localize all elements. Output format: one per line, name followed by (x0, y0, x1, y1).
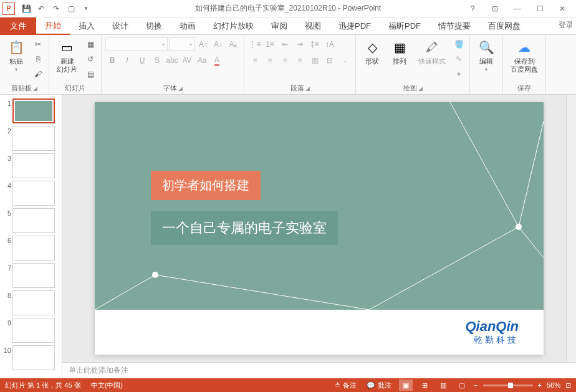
shape-effects-icon[interactable]: ✦ (452, 67, 466, 81)
smartart-icon[interactable]: ⬫ (338, 54, 352, 67)
notes-pane[interactable]: 单击此处添加备注 (62, 362, 576, 378)
tab-xunjie-pdf[interactable]: 迅捷PDF (330, 17, 380, 35)
justify-icon[interactable]: ≡ (293, 54, 307, 67)
help-icon[interactable]: ? (464, 2, 481, 15)
tab-foxit-pdf[interactable]: 福昕PDF (380, 17, 430, 35)
language-indicator[interactable]: 中文(中国) (91, 381, 123, 390)
thumbnail-7[interactable]: 7 (0, 262, 62, 289)
columns-icon[interactable]: ▥ (308, 54, 322, 67)
cut-icon[interactable]: ✂ (31, 37, 45, 51)
layout-icon[interactable]: ▦ (84, 37, 97, 51)
tab-slideshow[interactable]: 幻灯片放映 (204, 17, 262, 35)
paragraph-launcher-icon[interactable]: ◢ (305, 85, 310, 92)
bullets-icon[interactable]: ⋮≡ (248, 37, 262, 51)
shapes-button[interactable]: ◇ 形状 (360, 37, 385, 67)
numbering-icon[interactable]: 1≡ (263, 37, 277, 51)
new-slide-button[interactable]: ▭ 新建 幻灯片 (53, 37, 81, 75)
tab-design[interactable]: 设计 (103, 17, 137, 35)
bold-icon[interactable]: B (105, 54, 119, 67)
align-left-icon[interactable]: ≡ (248, 54, 262, 67)
comments-toggle[interactable]: 💬 批注 (364, 381, 394, 390)
slide-canvas[interactable]: 初学者如何搭建 一个自己专属的电子实验室 QianQin 乾勤科技 (62, 95, 576, 362)
font-color-icon[interactable]: A (210, 54, 224, 67)
shape-outline-icon[interactable]: ✎ (452, 52, 466, 66)
slide-title-1[interactable]: 初学者如何搭建 (151, 171, 261, 200)
thumbnail-2[interactable]: 2 (0, 125, 62, 152)
slide[interactable]: 初学者如何搭建 一个自己专属的电子实验室 QianQin 乾勤科技 (95, 102, 544, 355)
thumbnail-1[interactable]: 1 (0, 97, 62, 125)
fit-window-icon[interactable]: ⊡ (565, 381, 571, 390)
font-family-combo[interactable]: ▾ (105, 37, 168, 51)
line-spacing-icon[interactable]: ‡≡ (308, 37, 322, 51)
zoom-out-icon[interactable]: − (474, 381, 478, 389)
shape-fill-icon[interactable]: 🪣 (452, 37, 466, 51)
decrease-indent-icon[interactable]: ⇤ (278, 37, 292, 51)
thumbnail-panel[interactable]: 1 2 3 4 5 6 7 8 (0, 95, 62, 378)
minimize-icon[interactable]: — (509, 2, 526, 15)
thumbnail-10[interactable]: 10 (0, 344, 62, 371)
clear-format-icon[interactable]: Aᵩ (226, 37, 240, 51)
tab-review[interactable]: 审阅 (262, 17, 296, 35)
zoom-slider[interactable] (483, 385, 533, 386)
char-spacing-icon[interactable]: AV (180, 54, 194, 67)
tab-view[interactable]: 视图 (296, 17, 330, 35)
qat-customize-icon[interactable]: ▼ (80, 2, 92, 15)
qat-save-icon[interactable]: 💾 (20, 2, 32, 15)
align-right-icon[interactable]: ≡ (278, 54, 292, 67)
slide-counter[interactable]: 幻灯片 第 1 张，共 45 张 (5, 381, 81, 390)
format-painter-icon[interactable]: 🖌 (31, 67, 45, 81)
tab-insert[interactable]: 插入 (70, 17, 103, 35)
decrease-font-icon[interactable]: A↓ (211, 37, 225, 51)
sorter-view-icon[interactable]: ⊞ (418, 380, 431, 391)
file-tab[interactable]: 文件 (0, 17, 36, 35)
vertical-scrollbar[interactable] (566, 95, 576, 362)
qat-redo-icon[interactable]: ↷ (50, 2, 62, 15)
thumbnail-9[interactable]: 9 (0, 317, 62, 344)
paste-button[interactable]: 📋 粘贴 ▾ (4, 37, 29, 74)
copy-icon[interactable]: ⎘ (31, 52, 45, 66)
qat-slideshow-icon[interactable]: ▢ (65, 2, 77, 15)
tab-animations[interactable]: 动画 (171, 17, 204, 35)
underline-icon[interactable]: U (135, 54, 149, 67)
reset-icon[interactable]: ↺ (84, 52, 97, 66)
thumbnail-8[interactable]: 8 (0, 289, 62, 317)
close-icon[interactable]: ✕ (554, 2, 571, 15)
italic-icon[interactable]: I (120, 54, 134, 67)
save-netdisk-button[interactable]: ☁ 保存到 百度网盘 (507, 37, 542, 75)
increase-font-icon[interactable]: A↑ (196, 37, 210, 51)
reading-view-icon[interactable]: ▥ (436, 380, 450, 391)
editing-button[interactable]: 🔍 编辑 ▾ (474, 37, 499, 74)
slide-title-2[interactable]: 一个自己专属的电子实验室 (151, 211, 338, 245)
tab-baidu-netdisk[interactable]: 百度网盘 (479, 17, 529, 35)
strikethrough-icon[interactable]: S (150, 54, 164, 67)
increase-indent-icon[interactable]: ⇥ (293, 37, 307, 51)
thumbnail-6[interactable]: 6 (0, 234, 62, 262)
ribbon-display-icon[interactable]: ⊡ (486, 2, 504, 15)
zoom-in-icon[interactable]: + (538, 381, 542, 389)
login-link[interactable]: 登录 (559, 20, 574, 31)
maximize-icon[interactable]: ☐ (531, 2, 549, 15)
slideshow-view-icon[interactable]: ▢ (455, 380, 469, 391)
normal-view-icon[interactable]: ▣ (399, 380, 413, 391)
drawing-launcher-icon[interactable]: ◢ (418, 85, 423, 92)
font-launcher-icon[interactable]: ◢ (178, 85, 183, 92)
notes-toggle[interactable]: ≛ 备注 (332, 381, 359, 390)
text-direction-icon[interactable]: ↕A (323, 37, 337, 51)
thumbnail-3[interactable]: 3 (0, 152, 62, 179)
arrange-button[interactable]: ▦ 排列 (387, 37, 412, 67)
change-case-icon[interactable]: Aa (195, 54, 209, 67)
thumbnail-4[interactable]: 4 (0, 179, 62, 207)
quick-styles-button[interactable]: 🖍 快速样式 (415, 37, 449, 67)
shadow-icon[interactable]: abc (165, 54, 179, 67)
tab-transitions[interactable]: 切换 (137, 17, 171, 35)
clipboard-launcher-icon[interactable]: ◢ (33, 85, 37, 92)
tab-home[interactable]: 开始 (36, 17, 70, 35)
align-center-icon[interactable]: ≡ (263, 54, 277, 67)
thumbnail-5[interactable]: 5 (0, 207, 62, 234)
tab-storyboard[interactable]: 情节提要 (430, 17, 479, 35)
font-size-combo[interactable]: ▾ (169, 37, 195, 51)
zoom-level[interactable]: 56% (547, 381, 560, 389)
align-text-icon[interactable]: ⊟ (323, 54, 337, 67)
qat-undo-icon[interactable]: ↶ (35, 2, 47, 15)
section-icon[interactable]: ▤ (84, 67, 97, 81)
